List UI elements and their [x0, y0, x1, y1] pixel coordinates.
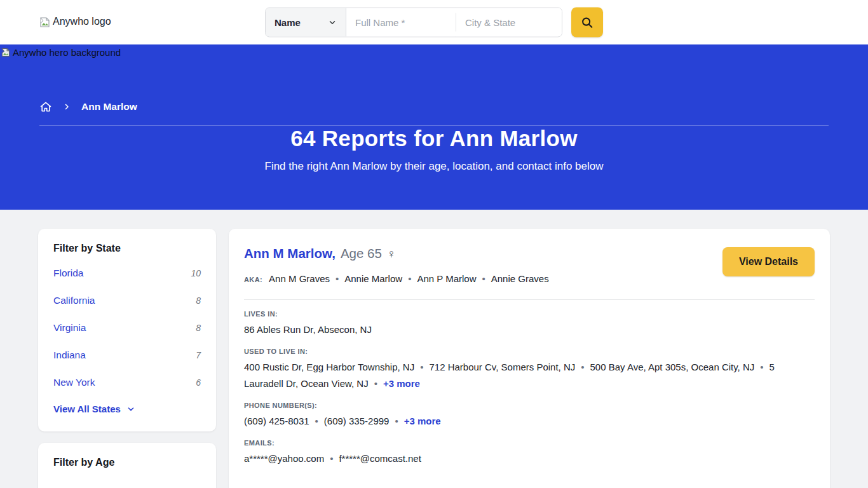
state-filter-list: Florida 10 California 8 Virginia 8 — [53, 259, 201, 396]
state-filter-link[interactable]: Virginia — [53, 322, 86, 334]
breadcrumb: Ann Marlow — [39, 100, 137, 113]
bullet-separator: • — [420, 362, 423, 372]
aka-name: Annie Marlow — [344, 273, 402, 284]
state-count: 6 — [196, 377, 201, 388]
phone-section: PHONE NUMBER(S): (609) 425-8031•(609) 33… — [244, 402, 815, 430]
lives-in-address: 86 Ables Run Dr, Absecon, NJ — [244, 322, 815, 338]
view-all-states-button[interactable]: View All States — [53, 403, 135, 414]
email-list: a*****@yahoo.com•f*****@comcast.net — [244, 451, 815, 467]
used-to-live-more-link[interactable]: +3 more — [383, 378, 420, 389]
phone-label: PHONE NUMBER(S): — [244, 402, 815, 409]
state-count: 8 — [196, 323, 201, 333]
lives-in-section: LIVES IN: 86 Ables Run Dr, Absecon, NJ — [244, 310, 815, 338]
state-filter-row: Virginia 8 — [53, 314, 201, 341]
chevron-down-icon — [328, 18, 337, 27]
bullet-separator: • — [760, 362, 763, 372]
state-count: 7 — [196, 350, 201, 360]
state-filter-row: New York 6 — [53, 369, 201, 396]
emails-section: EMAILS: a*****@yahoo.com•f*****@comcast.… — [244, 439, 815, 467]
aka-label: AKA: — [244, 276, 262, 283]
state-count: 8 — [196, 295, 201, 306]
used-to-live-label: USED TO LIVE IN: — [244, 348, 815, 355]
broken-image-icon — [0, 47, 11, 58]
page-title: 64 Reports for Ann Marlow — [0, 126, 868, 151]
view-details-button[interactable]: View Details — [722, 247, 815, 276]
bullet-separator: • — [408, 273, 411, 284]
view-all-states-label: View All States — [53, 403, 121, 414]
state-filter-link[interactable]: Florida — [53, 268, 83, 279]
lives-in-label: LIVES IN: — [244, 310, 815, 318]
search-icon — [580, 15, 594, 29]
site-logo[interactable]: Anywho logo — [38, 16, 111, 29]
search-form: Name — [265, 8, 562, 37]
top-header: Anywho logo Name — [0, 0, 868, 44]
state-filter-row: Indiana 7 — [53, 341, 201, 369]
bullet-separator: • — [374, 378, 377, 389]
breadcrumb-divider — [39, 125, 829, 126]
person-result-card: Ann M Marlow, Age 65 ♀ View Details AKA:… — [229, 229, 830, 488]
phone-number: (609) 335-2999 — [324, 416, 390, 426]
content-area: Filter by State Florida 10 California 8 … — [0, 210, 868, 488]
age-filter-card: Filter by Age — [38, 443, 216, 488]
email-address: a*****@yahoo.com — [244, 453, 324, 464]
bullet-separator: • — [482, 273, 485, 284]
search-category-select[interactable]: Name — [266, 8, 346, 37]
aka-name: Ann P Marlow — [417, 273, 476, 284]
hero-banner: Anywho hero background Ann Marlow 64 Rep… — [0, 44, 868, 210]
filter-sidebar: Filter by State Florida 10 California 8 … — [38, 229, 216, 488]
hero-background-alt: Anywho hero background — [0, 47, 121, 58]
breadcrumb-current: Ann Marlow — [81, 101, 137, 112]
gender-female-icon: ♀ — [387, 248, 396, 260]
full-name-input[interactable] — [346, 8, 456, 37]
state-filter-row: California 8 — [53, 287, 201, 314]
state-filter-card: Filter by State Florida 10 California 8 … — [38, 229, 216, 431]
phone-list: (609) 425-8031•(609) 335-2999•+3 more — [244, 413, 815, 430]
aka-name: Annie Graves — [491, 273, 549, 284]
email-address: f*****@comcast.net — [339, 453, 421, 464]
logo-alt-text: Anywho logo — [53, 16, 111, 27]
bullet-separator: • — [395, 416, 398, 426]
bullet-separator: • — [336, 273, 339, 284]
used-to-live-list: 400 Rustic Dr, Egg Harbor Township, NJ•7… — [244, 359, 815, 392]
home-icon[interactable] — [39, 100, 52, 113]
previous-address: 400 Rustic Dr, Egg Harbor Township, NJ — [244, 362, 414, 372]
breadcrumb-chevron-icon — [63, 103, 71, 111]
phones-more-link[interactable]: +3 more — [404, 416, 441, 426]
bullet-separator: • — [581, 362, 584, 372]
results-column: Ann M Marlow, Age 65 ♀ View Details AKA:… — [229, 229, 830, 488]
state-filter-link[interactable]: California — [53, 295, 95, 306]
emails-label: EMAILS: — [244, 439, 815, 447]
search-button[interactable] — [571, 8, 603, 37]
phone-number: (609) 425-8031 — [244, 416, 309, 426]
age-filter-title: Filter by Age — [53, 457, 201, 468]
used-to-live-section: USED TO LIVE IN: 400 Rustic Dr, Egg Harb… — [244, 348, 815, 392]
card-divider — [244, 299, 815, 300]
previous-address: 712 Harbour Cv, Somers Point, NJ — [429, 362, 575, 372]
bullet-separator: • — [315, 416, 318, 426]
hero-alt-text: Anywho hero background — [13, 47, 121, 58]
page-subtitle: Find the right Ann Marlow by their age, … — [0, 160, 868, 173]
bullet-separator: • — [330, 453, 333, 464]
state-count: 10 — [191, 268, 201, 278]
person-name-link[interactable]: Ann M Marlow, — [244, 246, 336, 261]
chevron-down-icon — [126, 405, 135, 414]
state-filter-link[interactable]: New York — [53, 377, 95, 388]
search-bar: Name — [265, 8, 603, 37]
state-filter-link[interactable]: Indiana — [53, 349, 86, 361]
person-age: Age 65 — [341, 246, 382, 261]
aka-name: Ann M Graves — [269, 273, 330, 284]
previous-address: 500 Bay Ave, Apt 305s, Ocean City, NJ — [590, 362, 755, 372]
state-filter-title: Filter by State — [53, 243, 201, 254]
broken-image-icon — [38, 16, 51, 29]
city-state-input[interactable] — [456, 8, 562, 37]
search-category-value: Name — [275, 17, 301, 28]
aka-list: Ann M Graves•Annie Marlow•Ann P Marlow•A… — [269, 271, 549, 287]
state-filter-row: Florida 10 — [53, 259, 201, 287]
